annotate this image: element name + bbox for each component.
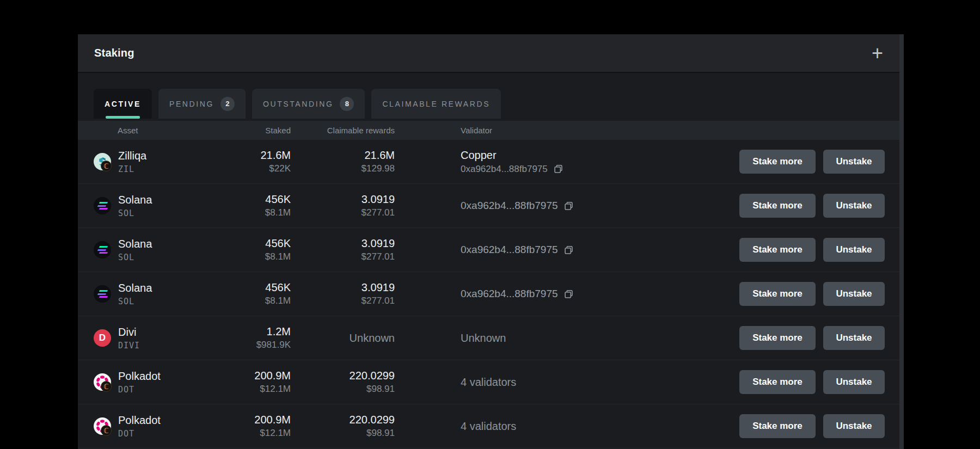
claimable-amount: 21.6M [364, 149, 395, 161]
asset-icon-wrap [94, 197, 111, 214]
stake-more-button[interactable]: Stake more [739, 326, 816, 350]
unstake-button[interactable]: Unstake [823, 326, 885, 350]
copy-icon[interactable] [564, 201, 574, 211]
unstake-button[interactable]: Unstake [823, 282, 885, 306]
stake-more-button[interactable]: Stake more [739, 414, 816, 438]
asset-cell: Solana SOL [94, 282, 211, 306]
validator-address: 0xa962b4...88fb7975 [461, 200, 558, 212]
staked-cell: 21.6M $22K [211, 149, 291, 174]
column-header-asset: Asset [94, 126, 211, 135]
staked-fiat: $12.1M [260, 384, 291, 395]
table-row: Solana SOL 456K $8.1M 3.0919 $277.01 0xa… [78, 272, 904, 316]
staked-cell: 456K $8.1M [211, 193, 291, 218]
row-actions: Stake more Unstake [695, 150, 904, 174]
asset-icon-wrap [94, 241, 111, 259]
claimable-fiat: $277.01 [362, 296, 395, 306]
table-row: Solana SOL 456K $8.1M 3.0919 $277.01 0xa… [78, 184, 904, 228]
claimable-fiat: $277.01 [362, 208, 395, 218]
copper-badge-icon: ℂ [101, 425, 112, 436]
title-bar: Staking + [78, 34, 904, 73]
claimable-amount: 3.0919 [362, 281, 395, 293]
asset-cell: ℂ Polkadot DOT [94, 414, 211, 439]
claimable-cell: 3.0919 $277.01 [291, 281, 395, 306]
staked-cell: 200.9M $12.1M [211, 370, 291, 395]
staked-cell: 1.2M $981.9K [211, 325, 291, 350]
claimable-cell: 21.6M $129.98 [291, 149, 395, 174]
table-row: ℂ Polkadot DOT 200.9M $12.1M 220.0299 $9… [78, 360, 904, 404]
column-header-claimable: Claimable rewards [291, 126, 395, 135]
table-row: ℂ Polkadot DOT 200.9M $12.1M 220.0299 $9… [78, 404, 904, 448]
unstake-button[interactable]: Unstake [823, 370, 885, 394]
asset-icon-wrap [94, 285, 111, 303]
unstake-button[interactable]: Unstake [823, 150, 885, 174]
tab-active[interactable]: ACTIVE [94, 89, 152, 119]
asset-icon-divi: D [94, 329, 111, 347]
asset-icon-solana [94, 285, 111, 303]
claimable-cell: Unknown [291, 332, 395, 345]
unstake-button[interactable]: Unstake [823, 414, 885, 438]
validator-address: 0xa962b4...88fb7975 [461, 288, 558, 300]
stake-more-button[interactable]: Stake more [739, 370, 816, 394]
asset-name: Zilliqa [118, 150, 146, 162]
staked-fiat: $12.1M [260, 428, 291, 439]
asset-icon-wrap: ℂ [94, 373, 111, 391]
stake-more-button[interactable]: Stake more [739, 194, 816, 218]
asset-name: Solana [118, 282, 152, 294]
column-header-staked: Staked [211, 126, 291, 135]
staked-fiat: $981.9K [256, 340, 291, 350]
tab-label: CLAIMABLE REWARDS [382, 100, 490, 108]
asset-cell: D Divi DIVI [94, 326, 211, 350]
claimable-fiat: $98.91 [366, 428, 395, 439]
claimable-cell: 220.0299 $98.91 [291, 414, 395, 439]
validator-cell: 4 validators [395, 420, 695, 433]
tab-claimable-rewards[interactable]: CLAIMABLE REWARDS [371, 89, 501, 119]
staking-window: Staking + ACTIVE PENDING 2 OUTSTANDING 8… [78, 34, 904, 449]
staked-fiat: $8.1M [265, 208, 291, 218]
table-row: D Divi DIVI 1.2M $981.9K Unknown Unknown… [78, 316, 904, 360]
copy-icon[interactable] [564, 245, 574, 255]
claimable-fiat: $277.01 [362, 252, 395, 262]
staked-fiat: $8.1M [265, 252, 291, 262]
claimable-amount: 220.0299 [350, 370, 395, 382]
staking-table-body: ℂ Zilliqa ZIL 21.6M $22K 21.6M $129.98 C… [78, 140, 904, 448]
staked-amount: 456K [265, 237, 291, 249]
stake-more-button[interactable]: Stake more [739, 282, 816, 306]
unstake-button[interactable]: Unstake [823, 238, 885, 262]
staked-amount: 21.6M [260, 149, 291, 161]
claimable-fiat: $129.98 [362, 164, 395, 174]
asset-name: Solana [118, 194, 152, 206]
asset-cell: Solana SOL [94, 238, 211, 262]
validator-text: Unknown [461, 332, 506, 344]
tab-badge: 8 [340, 97, 354, 111]
claimable-cell: 3.0919 $277.01 [291, 193, 395, 218]
tab-label: ACTIVE [105, 100, 141, 108]
staked-amount: 1.2M [267, 325, 291, 337]
claimable-amount: 3.0919 [362, 237, 395, 249]
staked-cell: 456K $8.1M [211, 237, 291, 262]
staked-amount: 456K [265, 193, 291, 205]
asset-icon-wrap: D [94, 329, 111, 347]
tab-label: OUTSTANDING [263, 100, 333, 108]
row-actions: Stake more Unstake [695, 194, 904, 218]
asset-ticker: SOL [118, 297, 152, 306]
add-icon[interactable]: + [872, 44, 883, 63]
unstake-button[interactable]: Unstake [823, 194, 885, 218]
validator-cell: 4 validators [395, 376, 695, 389]
page-title: Staking [94, 47, 134, 59]
tab-bar: ACTIVE PENDING 2 OUTSTANDING 8 CLAIMABLE… [94, 89, 904, 119]
row-actions: Stake more Unstake [695, 326, 904, 350]
tab-outstanding[interactable]: OUTSTANDING 8 [252, 89, 365, 119]
stake-more-button[interactable]: Stake more [739, 150, 816, 174]
validator-text: 4 validators [461, 420, 516, 432]
claimable-fiat: $98.91 [366, 384, 395, 395]
asset-icon-solana [94, 241, 111, 259]
scrollbar[interactable] [899, 34, 904, 449]
copy-icon[interactable] [553, 164, 564, 174]
copy-icon[interactable] [564, 289, 574, 299]
claimable-amount: 220.0299 [350, 414, 395, 426]
validator-address: 0xa962b4...88fb7975 [461, 244, 558, 256]
tab-pending[interactable]: PENDING 2 [158, 89, 246, 119]
claimable-amount: 3.0919 [362, 193, 395, 205]
stake-more-button[interactable]: Stake more [739, 238, 816, 262]
asset-ticker: SOL [118, 208, 152, 218]
